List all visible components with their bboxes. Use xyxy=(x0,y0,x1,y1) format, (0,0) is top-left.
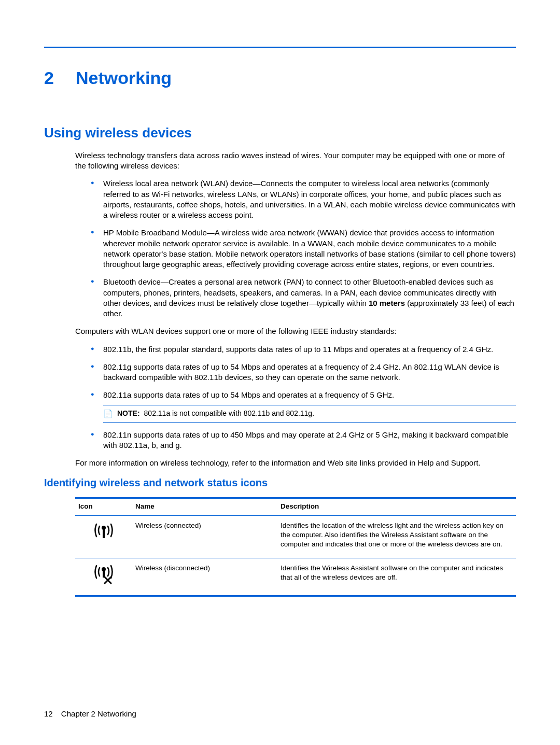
list-item: 802.11b, the first popular standard, sup… xyxy=(91,344,516,355)
device-list: Wireless local area network (WLAN) devic… xyxy=(91,178,516,319)
chapter-heading: 2 Networking xyxy=(44,66,516,90)
list-item: HP Mobile Broadband Module—A wireless wi… xyxy=(91,228,516,270)
wireless-connected-icon xyxy=(91,519,116,542)
footer-chapter: Chapter 2 Networking xyxy=(61,709,136,718)
th-icon: Icon xyxy=(75,498,132,515)
note-box: 📄 NOTE: 802.11a is not compatible with 8… xyxy=(103,405,516,423)
name-cell: Wireless (disconnected) xyxy=(132,558,277,596)
name-cell: Wireless (connected) xyxy=(132,515,277,558)
list-item: Bluetooth device—Creates a personal area… xyxy=(91,277,516,319)
list-item: 802.11a supports data rates of up to 54 … xyxy=(91,390,516,423)
note-text: 802.11a is not compatible with 802.11b a… xyxy=(144,409,314,418)
desc-cell: Identifies the Wireless Assistant softwa… xyxy=(277,558,516,596)
note-label: NOTE: xyxy=(117,409,140,418)
list-item: Wireless local area network (WLAN) devic… xyxy=(91,178,516,220)
ieee-intro: Computers with WLAN devices support one … xyxy=(75,326,516,336)
body-content: Wireless technology transfers data acros… xyxy=(75,150,516,469)
chapter-title: Networking xyxy=(76,66,172,90)
chapter-number: 2 xyxy=(44,66,54,90)
svg-rect-1 xyxy=(103,529,105,538)
th-name: Name xyxy=(132,498,277,515)
ieee-list: 802.11b, the first popular standard, sup… xyxy=(91,344,516,451)
wireless-disconnected-icon xyxy=(91,561,116,584)
bt-bold: 10 meters xyxy=(369,299,405,307)
list-item: 802.11n supports data rates of up to 450… xyxy=(91,430,516,451)
ieee-a: 802.11a supports data rates of up to 54 … xyxy=(103,390,394,399)
icon-cell xyxy=(75,515,132,558)
table-header-row: Icon Name Description xyxy=(75,498,516,515)
note-icon: 📄 xyxy=(103,409,113,419)
table-row: Wireless (connected) Identifies the loca… xyxy=(75,515,516,558)
icon-cell xyxy=(75,558,132,596)
more-info: For more information on wireless technol… xyxy=(75,458,516,468)
page-number: 12 xyxy=(44,709,53,718)
table-block: Icon Name Description xyxy=(75,497,516,597)
list-item: 802.11g supports data rates of up to 54 … xyxy=(91,362,516,383)
page-footer: 12 Chapter 2 Networking xyxy=(44,709,136,719)
subsection-heading: Identifying wireless and network status … xyxy=(44,476,516,490)
icon-table: Icon Name Description xyxy=(75,497,516,597)
table-row: Wireless (disconnected) Identifies the W… xyxy=(75,558,516,596)
th-desc: Description xyxy=(277,498,516,515)
top-rule xyxy=(44,47,516,48)
section-heading: Using wireless devices xyxy=(44,124,516,142)
desc-cell: Identifies the location of the wireless … xyxy=(277,515,516,558)
intro-paragraph: Wireless technology transfers data acros… xyxy=(75,150,516,172)
